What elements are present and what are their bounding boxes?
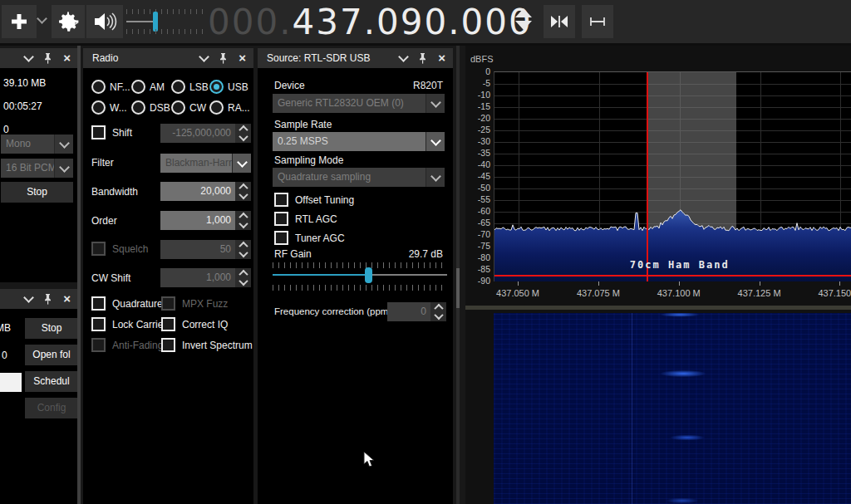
- filter-select[interactable]: Blackman-Harri: [160, 154, 251, 173]
- record-file-size: 39.10 MB: [3, 77, 46, 89]
- mode-option-usb[interactable]: USB: [209, 80, 248, 94]
- snap-to-center-button[interactable]: [544, 5, 575, 38]
- audio-mute-button[interactable]: [86, 5, 123, 38]
- sample-format-select[interactable]: 16 Bit PCM: [1, 159, 73, 178]
- collapse-panel-icon[interactable]: [23, 51, 34, 62]
- spectrum-plot[interactable]: 70cm Ham Band: [494, 71, 851, 281]
- spinner[interactable]: [235, 182, 251, 201]
- pin-icon[interactable]: [219, 53, 228, 64]
- baseband-record-panel: × MB Stop 0 Open fol Schedul Config: [0, 289, 78, 504]
- x-axis-tick-label: 437.125 M: [726, 288, 793, 298]
- radio-icon: [91, 80, 106, 94]
- close-panel-icon[interactable]: ×: [438, 53, 445, 63]
- dropdown-chevron-icon[interactable]: [54, 159, 73, 178]
- tuned-frequency-line[interactable]: [647, 72, 648, 281]
- shift-value-field: -125,000,000: [160, 124, 251, 143]
- frequency-step-down-icon[interactable]: [515, 21, 532, 30]
- squelch-checkbox: [91, 242, 106, 256]
- mode-option-nfm[interactable]: NF...: [91, 80, 130, 94]
- rtl-agc-checkbox[interactable]: [274, 212, 288, 226]
- pin-icon[interactable]: [418, 53, 427, 64]
- invert-spectrum-checkbox[interactable]: [161, 338, 175, 352]
- schedule-button[interactable]: Schedul: [25, 371, 78, 392]
- add-panel-button[interactable]: [2, 5, 37, 38]
- spinner[interactable]: [430, 302, 446, 321]
- shift-checkbox[interactable]: [91, 125, 106, 139]
- audio-record-panel-header[interactable]: ×: [0, 48, 78, 68]
- mode-option-dsb[interactable]: DSB: [131, 100, 170, 115]
- radio-panel-header[interactable]: Radio ×: [83, 48, 253, 68]
- mode-option-wfm[interactable]: W...: [91, 100, 127, 115]
- lock-carrier-checkbox[interactable]: [91, 317, 106, 331]
- mode-option-lsb[interactable]: LSB: [171, 80, 209, 94]
- rf-gain-slider[interactable]: [273, 262, 447, 291]
- band-span-button[interactable]: [582, 5, 613, 38]
- waterfall-display[interactable]: [494, 313, 851, 504]
- close-panel-icon[interactable]: ×: [63, 294, 71, 304]
- schedule-input[interactable]: [0, 373, 22, 392]
- squelch-field: 50: [160, 240, 251, 259]
- dropdown-chevron-icon[interactable]: [54, 135, 73, 154]
- correct-iq-checkbox[interactable]: [161, 317, 175, 331]
- checkbox-label: RTL AGC: [295, 213, 337, 225]
- frequency-stepper[interactable]: [515, 8, 532, 30]
- pin-icon[interactable]: [43, 53, 52, 64]
- offset-tuning-checkbox[interactable]: [274, 193, 288, 207]
- close-panel-icon[interactable]: ×: [63, 53, 71, 63]
- order-field[interactable]: 1,000: [160, 211, 251, 230]
- radio-icon: [171, 80, 185, 94]
- frequency-dim-digits[interactable]: 000.: [208, 2, 293, 42]
- frequency-step-up-icon[interactable]: [515, 8, 532, 17]
- spinner[interactable]: [235, 124, 251, 143]
- mode-option-am[interactable]: AM: [131, 80, 165, 94]
- frequency-display[interactable]: 000.437.090.000: [208, 0, 533, 43]
- collapse-panel-icon[interactable]: [23, 292, 34, 303]
- quadrature-checkbox-row[interactable]: Quadrature: [91, 296, 163, 311]
- filter-value: Blackman-Harri: [165, 154, 234, 173]
- spectrum-display[interactable]: dBFS 70cm Ham Band 0-5-10-15-20-25-30-35…: [465, 46, 851, 504]
- source-panel-header[interactable]: Source: RTL-SDR USB ×: [258, 48, 453, 68]
- y-axis-tick-label: -80: [465, 252, 490, 262]
- collapse-panel-icon[interactable]: [398, 51, 409, 62]
- mode-option-raw[interactable]: RA...: [209, 100, 250, 115]
- radio-icon: [131, 80, 145, 94]
- volume-slider[interactable]: [126, 7, 205, 36]
- left-scrollbar[interactable]: [77, 46, 81, 504]
- lock-carrier-checkbox-row[interactable]: Lock Carrier: [91, 317, 166, 331]
- tuner-agc-checkbox-row[interactable]: Tuner AGC: [274, 231, 345, 245]
- open-folder-button[interactable]: Open fol: [25, 345, 78, 365]
- offset-tuning-checkbox-row[interactable]: Offset Tuning: [274, 193, 354, 207]
- close-panel-icon[interactable]: ×: [239, 53, 246, 63]
- collapse-panel-icon[interactable]: [199, 51, 209, 62]
- sampling-mode-label: Sampling Mode: [274, 154, 343, 166]
- checkbox-label: Anti-Fading: [112, 340, 163, 351]
- mode-option-cw[interactable]: CW: [171, 100, 206, 115]
- quadrature-checkbox[interactable]: [91, 296, 106, 311]
- rf-gain-handle[interactable]: [365, 267, 372, 283]
- bandwidth-field[interactable]: 20,000: [160, 182, 251, 201]
- settings-button[interactable]: [52, 5, 85, 38]
- dropdown-chevron-icon[interactable]: [232, 154, 251, 173]
- spectrum-waterfall-splitter[interactable]: [465, 306, 851, 310]
- invert-spectrum-checkbox-row[interactable]: Invert Spectrum: [161, 338, 253, 352]
- spinner[interactable]: [235, 211, 251, 230]
- slider-ticks-bottom: [273, 285, 447, 291]
- shift-checkbox-row[interactable]: Shift: [91, 125, 132, 139]
- radio-icon: [91, 100, 106, 115]
- dropdown-chevron-icon[interactable]: [426, 132, 445, 151]
- add-panel-menu-chevron[interactable]: [38, 17, 46, 22]
- scrollbar-thumb[interactable]: [456, 268, 460, 308]
- rf-gain-value: 29.7 dB: [409, 248, 443, 260]
- middle-scrollbar[interactable]: [456, 46, 460, 504]
- audio-record-stop-button[interactable]: Stop: [1, 182, 73, 203]
- sample-rate-select[interactable]: 0.25 MSPS: [273, 132, 445, 151]
- sampling-mode-value: Quadrature sampling: [278, 168, 371, 187]
- tuner-agc-checkbox[interactable]: [274, 231, 288, 245]
- frequency-main-digits[interactable]: 437.090.000: [293, 2, 533, 42]
- baseband-record-panel-header[interactable]: ×: [0, 289, 78, 309]
- correct-iq-checkbox-row[interactable]: Correct IQ: [161, 317, 228, 331]
- pin-icon[interactable]: [43, 294, 52, 305]
- baseband-stop-button[interactable]: Stop: [25, 318, 78, 339]
- rtl-agc-checkbox-row[interactable]: RTL AGC: [274, 212, 337, 226]
- channels-select[interactable]: Mono: [1, 135, 73, 154]
